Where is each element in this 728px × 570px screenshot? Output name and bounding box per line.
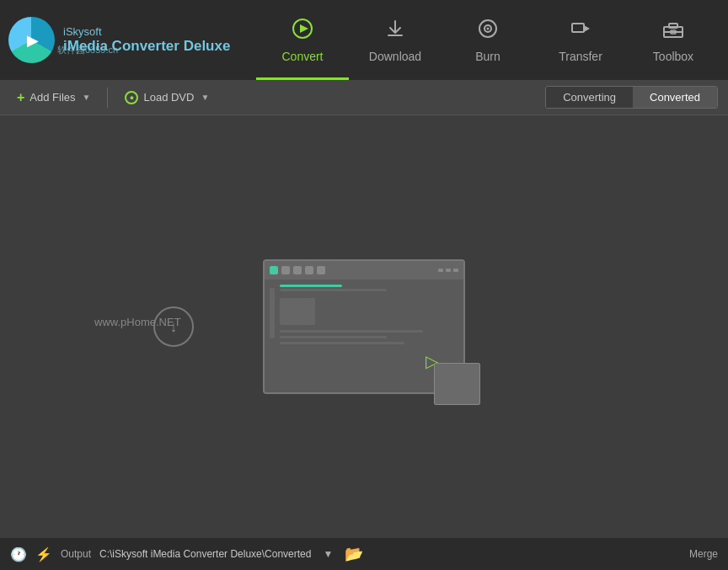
load-dvd-button[interactable]: ● Load DVD ▼ [118, 88, 216, 108]
nav-tabs: Convert Download Burn [256, 0, 720, 80]
screen-dot-4 [317, 266, 325, 274]
screen-body [265, 280, 463, 349]
open-folder-icon[interactable]: 📂 [345, 545, 363, 563]
download-icon [384, 18, 406, 45]
dvd-icon: ● [125, 91, 138, 104]
screen-thumbnail [280, 298, 315, 325]
screen-ctrl-3 [453, 269, 458, 272]
clock-icon[interactable]: 🕐 [10, 546, 27, 562]
screen-mockup: ▷ [263, 259, 465, 394]
screen-ctrl-2 [446, 269, 451, 272]
screen-line-3 [280, 342, 404, 344]
nav-tab-burn[interactable]: Burn [442, 0, 534, 80]
transfer-icon [570, 18, 592, 45]
lightning-icon[interactable]: ⚡ [35, 546, 52, 562]
toolbar-divider [107, 88, 108, 108]
svg-rect-6 [572, 24, 584, 32]
add-files-dropdown-arrow[interactable]: ▼ [83, 93, 91, 102]
add-files-button[interactable]: + Add Files ▼ [10, 87, 97, 109]
screen-main [280, 285, 458, 344]
screen-line-1 [280, 330, 423, 333]
overlay-card [434, 363, 480, 405]
toolbox-label: Toolbox [653, 50, 693, 63]
output-label: Output [61, 548, 91, 560]
merge-button[interactable]: Merge [689, 548, 718, 560]
screen-progress [280, 285, 342, 287]
nav-tab-download[interactable]: Download [349, 0, 442, 80]
bottom-bar: 🕐 ⚡ Output C:\iSkysoft iMedia Converter … [0, 538, 728, 570]
screen-dot-1 [281, 266, 290, 274]
header: iSkysoft iMedia Converter Deluxe 软件园0359… [0, 0, 728, 80]
drop-illustration: ↓ www.pHome.NET [263, 259, 465, 394]
converting-tab[interactable]: Converting [546, 87, 633, 108]
output-dropdown-arrow[interactable]: ▼ [323, 548, 333, 560]
converted-tab[interactable]: Converted [633, 87, 717, 108]
nav-tab-convert[interactable]: Convert [256, 0, 349, 80]
converting-tabs: Converting Converted [545, 86, 718, 109]
screen-ctrl-1 [438, 269, 443, 272]
main-content: ↓ www.pHome.NET [0, 115, 728, 538]
nav-tab-toolbox[interactable]: Toolbox [627, 0, 720, 80]
screen-progress-bg [280, 289, 387, 291]
screen-window-controls [438, 269, 458, 272]
convert-icon [292, 18, 313, 45]
screen-sidebar-bar [270, 288, 275, 338]
svg-point-5 [487, 27, 490, 29]
toolbar: + Add Files ▼ ● Load DVD ▼ Converting Co… [0, 80, 728, 115]
screen-titlebar [265, 261, 463, 280]
svg-marker-1 [300, 24, 308, 33]
transfer-label: Transfer [559, 50, 602, 63]
screen-dot-3 [305, 266, 313, 274]
convert-label: Convert [281, 50, 323, 63]
load-dvd-dropdown-arrow[interactable]: ▼ [201, 93, 209, 102]
screen-line-2 [280, 336, 387, 338]
nav-tab-transfer[interactable]: Transfer [534, 0, 627, 80]
svg-marker-7 [584, 25, 590, 32]
download-label: Download [369, 50, 421, 63]
watermark-overlay: www.pHome.NET [94, 316, 181, 328]
brand-name: iSkysoft [63, 25, 230, 38]
toolbox-icon [662, 18, 684, 45]
svg-rect-9 [669, 24, 677, 28]
logo-icon [8, 17, 55, 63]
add-files-label: Add Files [29, 91, 75, 104]
screen-sidebar [270, 288, 275, 344]
screen-active-dot [270, 266, 278, 274]
output-path: C:\iSkysoft iMedia Converter Deluxe\Conv… [99, 548, 311, 560]
load-dvd-label: Load DVD [143, 91, 194, 104]
plus-icon: + [17, 90, 24, 105]
watermark-text: 软件园0359.cn [57, 44, 118, 56]
screen-dot-2 [293, 266, 302, 274]
logo-area: iSkysoft iMedia Converter Deluxe 软件园0359… [8, 17, 256, 63]
burn-label: Burn [475, 50, 500, 63]
burn-icon [477, 18, 499, 45]
